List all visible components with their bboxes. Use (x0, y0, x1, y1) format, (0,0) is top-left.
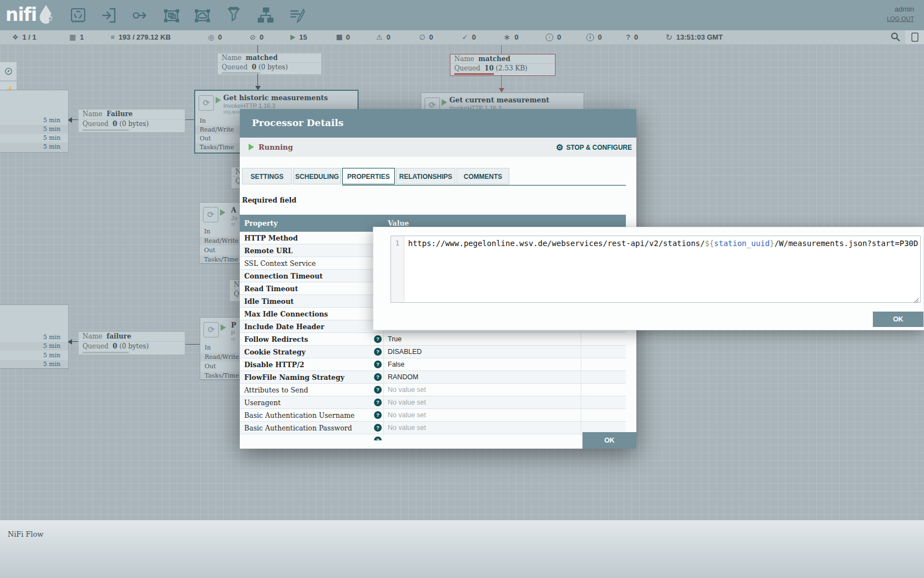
flow-status-bar: ❖1 / 1 ▦1 ≡193 / 279.12 KB ◎0 ⊘0 15 0 ⚠0… (0, 30, 924, 44)
queue-bar (131, 352, 177, 353)
connection-line (184, 344, 200, 345)
property-row[interactable]: Cookie Strategy?DISABLED (240, 346, 626, 358)
help-icon[interactable]: ? (374, 361, 382, 368)
dialog-ok-button[interactable]: OK (582, 432, 636, 449)
property-row[interactable]: Attributes to Send?No value set (240, 384, 626, 396)
help-icon[interactable]: ? (374, 386, 382, 394)
nifi-logo: nifi (6, 3, 56, 25)
line-number-gutter: 1 (391, 236, 404, 302)
resize-handle[interactable] (914, 296, 919, 301)
running-icon (221, 324, 226, 331)
property-row[interactable]: Basic Authentication Username?No value s… (240, 409, 626, 422)
connection-line (72, 119, 78, 120)
cluster-icon: ❖ (12, 33, 19, 41)
help-icon[interactable]: ? (374, 411, 382, 419)
queue-bar (222, 72, 260, 74)
tab-comments[interactable]: COMMENTS (457, 168, 509, 184)
connection-line (72, 341, 78, 342)
stop-and-configure-button[interactable]: ⚙ STOP & CONFIGURE (556, 143, 632, 152)
sync-failure-icon: ? (626, 33, 630, 41)
queue-bar (496, 73, 540, 75)
breadcrumb[interactable]: NiFi Flow (8, 530, 43, 538)
help-icon[interactable]: ? (374, 399, 382, 406)
connection-label-matched-2[interactable]: Name matched Queued 10 (2.53 KB) (450, 54, 556, 76)
running-count: 15 (299, 33, 307, 41)
stopped-count-icon (337, 35, 342, 40)
funnel-icon[interactable] (225, 7, 243, 24)
dialog-header[interactable]: Processor Details (240, 109, 636, 138)
connection-line-selected (501, 45, 502, 54)
queued-icon: ≡ (111, 33, 115, 41)
connection-arrowhead (68, 117, 72, 123)
running-icon (249, 144, 254, 150)
connection-label-failure-bottom[interactable]: Name failure Queued 0 (0 bytes) (78, 331, 185, 355)
connection-label-failure-top[interactable]: Name Failure Queued 0 (0 bytes) (78, 109, 185, 133)
refresh-icon[interactable]: ↻ (666, 32, 673, 42)
user-area: admin LOG OUT (887, 5, 914, 22)
tab-properties[interactable]: PROPERTIES (342, 168, 395, 184)
queue-bar (82, 352, 129, 353)
locally-modified-icon: ∗ (503, 32, 510, 42)
right-panel-toggle[interactable] (905, 30, 924, 44)
tab-scheduling[interactable]: SCHEDULING (293, 168, 341, 184)
help-icon: ? (374, 437, 382, 440)
input-port-icon[interactable] (100, 7, 118, 24)
locally-modified-stale-icon: ! (586, 34, 594, 41)
processor-icon: ⟳ (204, 322, 219, 337)
connection-arrowhead (499, 88, 504, 92)
logout-link[interactable]: LOG OUT (887, 15, 914, 22)
processor-state: Running (258, 143, 293, 151)
not-transmitting-icon: ⊘ (250, 33, 256, 41)
connection-label-matched-1[interactable]: Name matched Queued 0 (0 bytes) (217, 53, 322, 75)
current-user: admin (887, 5, 914, 13)
label-icon[interactable] (288, 7, 306, 24)
dialog-status-row: Running ⚙ STOP & CONFIGURE (240, 138, 636, 157)
invokehttp-icon: ⟳ (199, 95, 214, 111)
up-to-date-icon: ✓ (462, 33, 468, 41)
property-row[interactable]: Follow Redirects?True (240, 333, 626, 346)
compass-icon (4, 67, 13, 76)
canvas-footer: NiFi Flow (0, 520, 924, 578)
queue-bar (131, 129, 177, 131)
last-refresh-time: 13:51:03 GMT (676, 33, 723, 41)
help-icon[interactable]: ? (374, 373, 382, 381)
running-icon (216, 97, 221, 103)
invalid-icon: ⚠ (376, 33, 383, 41)
nifi-app: ☝ 5 min 5 min 5 min 5 min Name Failure Q… (0, 0, 924, 578)
process-group-icon[interactable] (163, 7, 180, 24)
processor-icon[interactable] (69, 7, 87, 24)
processor-partial-left-bottom[interactable]: 5 min 5 min 5 min 5 min (0, 304, 69, 369)
connected-nodes-count: 1 / 1 (23, 33, 36, 41)
help-icon[interactable]: ? (374, 424, 382, 432)
property-row[interactable]: FlowFile Naming Strategy?RANDOM (240, 371, 626, 384)
remote-process-group-icon[interactable] (194, 7, 211, 24)
output-port-icon[interactable] (131, 7, 148, 24)
threads-icon: ▦ (69, 33, 76, 41)
value-column-header: Value (388, 219, 409, 227)
help-icon[interactable]: ? (374, 348, 382, 356)
connection-arrowhead (68, 339, 72, 345)
connection-line (257, 45, 258, 53)
queued-count: 193 / 279.12 KB (119, 33, 171, 41)
dialog-tabs: SETTINGS SCHEDULING PROPERTIES RELATIONS… (242, 168, 509, 184)
property-row-partial: ? (240, 434, 626, 440)
connection-line (257, 74, 258, 86)
required-field-note: Required field (242, 196, 296, 204)
search-icon[interactable] (890, 31, 901, 42)
editor-ok-button[interactable]: OK (873, 312, 923, 327)
tab-underline (342, 185, 626, 186)
editor-content[interactable]: https://www.pegelonline.wsv.de/webservic… (408, 239, 918, 248)
value-editor[interactable]: 1 https://www.pegelonline.wsv.de/webserv… (391, 236, 921, 303)
property-row[interactable]: Useragent?No value set (240, 396, 626, 409)
help-icon[interactable]: ? (374, 335, 382, 343)
processor-partial-left-top[interactable]: 5 min 5 min 5 min 5 min (0, 90, 69, 152)
tab-settings[interactable]: SETTINGS (242, 168, 292, 184)
template-icon[interactable] (257, 7, 274, 24)
tab-relationships[interactable]: RELATIONSHIPS (396, 168, 455, 184)
property-row[interactable]: Basic Authentication Password?No value s… (240, 422, 626, 434)
queue-bar (262, 72, 298, 74)
dialog-title: Processor Details (252, 117, 344, 128)
value-editor-popup: 1 https://www.pegelonline.wsv.de/webserv… (373, 227, 924, 330)
property-row[interactable]: Disable HTTP/2?False (240, 358, 626, 371)
navigate-palette-toggle[interactable] (0, 62, 17, 81)
